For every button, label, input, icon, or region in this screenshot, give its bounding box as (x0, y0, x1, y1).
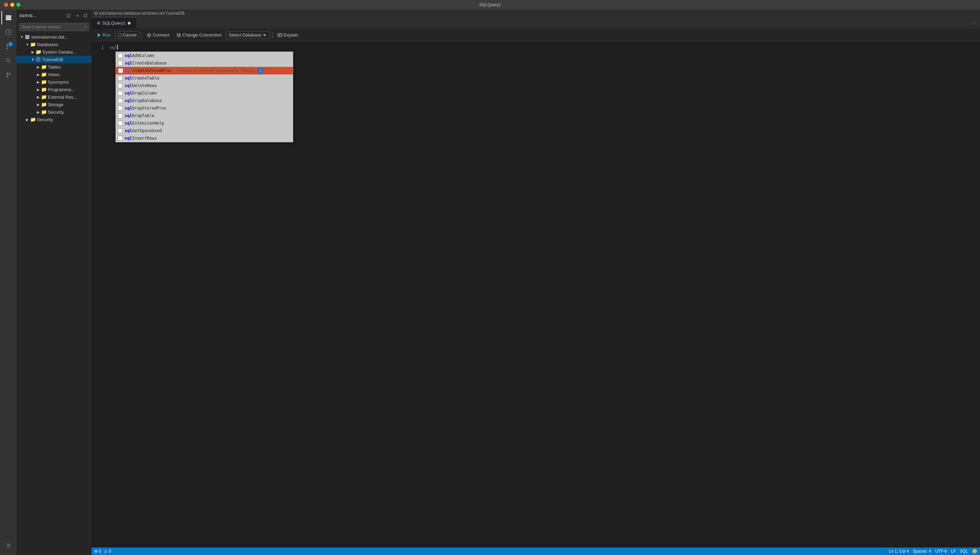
tree-item-security[interactable]: ▶ 📁 Security (16, 116, 92, 123)
autocomplete-item-11[interactable]: sqlInsertRows (116, 135, 293, 142)
explain-button[interactable]: Explain (275, 31, 301, 38)
autocomplete-item-5[interactable]: sqlDropColumn (116, 90, 293, 97)
svg-point-10 (6, 76, 8, 77)
item-checkbox-10 (118, 128, 123, 133)
autocomplete-text-0: sqlAddColumn (125, 53, 154, 59)
new-connection-icon[interactable] (66, 12, 72, 19)
autocomplete-text-8: sqlDropTable (125, 112, 154, 119)
autocomplete-item-0[interactable]: sqlAddColumn (116, 52, 293, 59)
autocomplete-item-8[interactable]: sqlDropTable (116, 112, 293, 119)
disconnect-icon[interactable] (74, 12, 80, 19)
language-indicator: SQL (960, 549, 968, 553)
svg-marker-18 (98, 34, 101, 37)
sidebar-tree: ▼ tutorialserver.dat... ▼ 📁 Databases (16, 32, 92, 555)
autocomplete-text-3: sqlCreateTable (125, 75, 159, 81)
tree-item-synonyms[interactable]: ▶ 📁 Synonyms (16, 78, 92, 86)
run-button[interactable]: Run (94, 31, 113, 38)
folder-icon: 📁 (41, 109, 47, 115)
autocomplete-text-1: sqlCreateDatabase (125, 60, 167, 66)
item-checkbox-3 (118, 76, 123, 80)
sidebar-item-servers[interactable] (2, 11, 15, 24)
refresh-icon[interactable] (82, 12, 89, 19)
autocomplete-item-9[interactable]: sqlExtensionHelp (116, 119, 293, 127)
tree-item-tables[interactable]: ▶ 📁 Tables (16, 63, 92, 71)
programmability-label: Programma... (48, 87, 75, 92)
chevron-right-icon: ▶ (35, 94, 41, 99)
change-connection-button[interactable]: Change Connection (174, 31, 225, 38)
window-title: SQLQuery1 (479, 2, 500, 7)
autocomplete-item-1[interactable]: sqlCreateDatabase (116, 59, 293, 67)
tree-item-tutorialdb[interactable]: ▼ TutorialDB (16, 56, 92, 63)
tree-item-system-db[interactable]: ▶ 📁 System Databa... (16, 48, 92, 56)
tree-item-server[interactable]: ▼ tutorialserver.dat... (16, 33, 92, 41)
security-label: Security (37, 117, 53, 122)
sidebar-item-source-control[interactable]: 1 (2, 40, 15, 53)
spaces-indicator: Spaces: 4 (913, 549, 931, 553)
autocomplete-item-7[interactable]: sqlDropStoredProc (116, 104, 293, 112)
cancel-button[interactable]: Cancel (115, 31, 139, 39)
server-label: tutorialserver.dat... (31, 34, 68, 40)
activity-bar: 1 (0, 10, 16, 555)
settings-icon[interactable] (2, 539, 15, 552)
sidebar-title: SERVE... (19, 14, 64, 18)
tab-modified-indicator (128, 22, 130, 24)
folder-icon: 📁 (41, 94, 47, 99)
line-col-indicator: Ln 1, Col 4 (889, 549, 909, 553)
chevron-down-icon (263, 34, 266, 37)
autocomplete-text-5: sqlDropColumn (125, 90, 157, 96)
chevron-down-icon: ▼ (24, 42, 30, 47)
item-checkbox-8 (118, 113, 123, 118)
autocomplete-dropdown: sqlAddColumn sqlCreateDatabase sqlCreate… (116, 51, 293, 142)
select-database-dropdown[interactable]: Select Database (226, 31, 270, 39)
autocomplete-item-2[interactable]: sqlCreateStoredProc Create a stored proc… (116, 67, 293, 74)
toolbar: Run Cancel Connect Change Connecti (92, 29, 980, 41)
sidebar-item-search[interactable] (2, 54, 15, 67)
autocomplete-desc-2: Create a stored procedure (mssq… (177, 67, 256, 74)
connection-breadcrumb: ⊞ tutorialserver.database.windows.net:Tu… (92, 10, 980, 17)
svg-rect-16 (25, 38, 29, 39)
smiley-icon: 😊 (972, 549, 977, 553)
title-bar-buttons (4, 3, 21, 7)
svg-rect-2 (6, 19, 11, 20)
autocomplete-item-4[interactable]: sqlDeleteRows (116, 82, 293, 90)
autocomplete-item-6[interactable]: sqlDropDatabase (116, 97, 293, 104)
chevron-down-icon: ▼ (19, 34, 24, 40)
editor-content[interactable]: sql sqlAddColumn sqlCreateDatabase sqlCr… (105, 41, 980, 547)
tree-item-views[interactable]: ▶ 📁 Views (16, 71, 92, 78)
sidebar-header: SERVE... (16, 10, 92, 21)
search-close-icon[interactable]: × (84, 25, 87, 29)
item-checkbox-11 (118, 136, 123, 141)
tree-item-external-res[interactable]: ▶ 📁 External Res... (16, 93, 92, 101)
chevron-right-icon: ▶ (24, 117, 30, 122)
folder-icon: 📁 (30, 117, 35, 122)
tab-sqlquery1[interactable]: ⊞ SQLQuery1 (92, 17, 136, 29)
folder-icon: 📁 (41, 87, 47, 92)
svg-point-17 (37, 57, 40, 59)
sidebar: SERVE... (16, 10, 92, 555)
item-checkbox-5 (118, 91, 123, 96)
search-server-input[interactable] (21, 24, 84, 29)
sidebar-item-history[interactable] (2, 25, 15, 39)
autocomplete-text-9: sqlExtensionHelp (125, 120, 164, 126)
item-checkbox-9 (118, 121, 123, 126)
maximize-button[interactable] (16, 3, 21, 7)
editor-cursor (117, 45, 118, 50)
server-search-box[interactable]: × (19, 23, 89, 31)
tree-item-programmability[interactable]: ▶ 📁 Programma... (16, 86, 92, 93)
tree-item-storage[interactable]: ▶ 📁 Storage (16, 101, 92, 108)
svg-marker-21 (263, 34, 266, 36)
explain-icon (277, 33, 282, 37)
sidebar-item-git[interactable] (2, 68, 15, 82)
folder-icon: 📁 (41, 72, 47, 77)
autocomplete-item-3[interactable]: sqlCreateTable (116, 74, 293, 82)
close-button[interactable] (4, 3, 8, 7)
tree-item-security-db[interactable]: ▶ 📁 Security (16, 108, 92, 116)
autocomplete-item-10[interactable]: sqlGetSpaceUsed (116, 127, 293, 135)
more-tabs-button[interactable]: ··· (967, 20, 980, 26)
connect-button[interactable]: Connect (144, 31, 172, 38)
warning-count: ⚠ 0 (104, 549, 111, 553)
tree-item-databases[interactable]: ▼ 📁 Databases (16, 41, 92, 48)
folder-icon: 📁 (41, 102, 47, 107)
minimize-button[interactable] (10, 3, 14, 7)
svg-rect-15 (25, 37, 29, 37)
